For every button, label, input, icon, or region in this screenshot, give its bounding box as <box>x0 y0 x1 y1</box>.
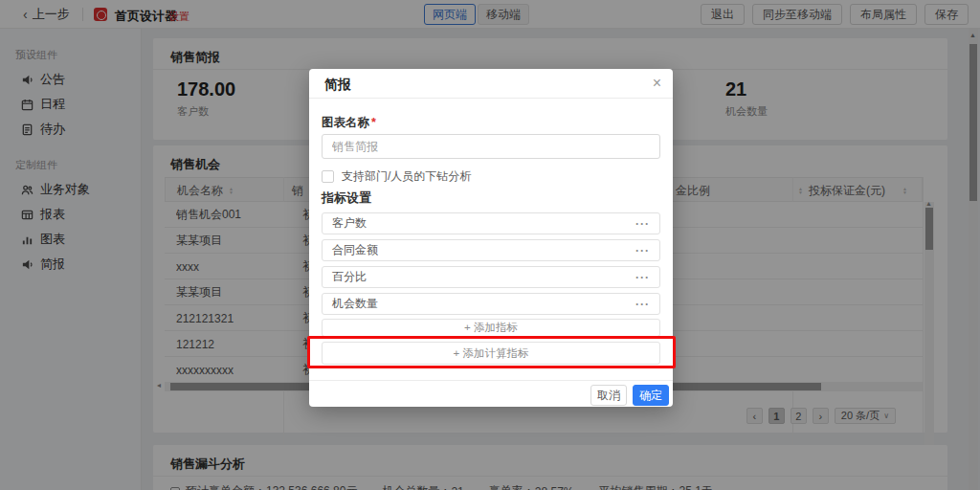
briefing-config-dialog: 简报 × 图表名称* 支持部门/人员的下钻分析 指标设置 客户数 ··· 合同金… <box>309 69 673 407</box>
more-actions-icon[interactable]: ··· <box>635 244 650 257</box>
dialog-header: 简报 × <box>309 69 673 99</box>
divider <box>309 380 673 381</box>
dialog-title: 简报 <box>324 77 351 94</box>
indicator-row-opportunity-count[interactable]: 机会数量 ··· <box>322 293 660 315</box>
close-icon[interactable]: × <box>653 75 661 92</box>
checkbox-unchecked-icon[interactable] <box>322 170 334 183</box>
required-asterisk: * <box>371 116 376 129</box>
more-actions-icon[interactable]: ··· <box>635 271 650 284</box>
indicator-label: 客户数 <box>332 215 367 232</box>
drilldown-checkbox-row[interactable]: 支持部门/人员的下钻分析 <box>322 168 471 185</box>
more-actions-icon[interactable]: ··· <box>635 217 650 231</box>
homepage-designer: ‹ 上一步 首页设计器 设置 网页端 移动端 退出 同步至移动端 布局属性 保存… <box>0 0 980 490</box>
indicator-settings-title: 指标设置 <box>322 189 371 207</box>
more-actions-icon[interactable]: ··· <box>635 298 650 311</box>
add-indicator-button[interactable]: + 添加指标 <box>322 319 660 337</box>
cancel-button[interactable]: 取消 <box>590 385 627 406</box>
add-calc-indicator-button[interactable]: + 添加计算指标 <box>322 342 660 365</box>
indicator-row-customers[interactable]: 客户数 ··· <box>322 212 660 234</box>
indicator-label: 百分比 <box>332 269 367 285</box>
confirm-button[interactable]: 确定 <box>633 385 669 406</box>
indicator-row-contract-amount[interactable]: 合同金额 ··· <box>322 239 660 261</box>
indicator-label: 合同金额 <box>332 242 378 258</box>
checkbox-label: 支持部门/人员的下钻分析 <box>342 168 471 185</box>
indicator-row-percentage[interactable]: 百分比 ··· <box>322 266 660 288</box>
indicator-label: 机会数量 <box>332 296 378 312</box>
chart-name-label: 图表名称* <box>322 115 376 131</box>
chart-name-input[interactable] <box>322 134 660 159</box>
